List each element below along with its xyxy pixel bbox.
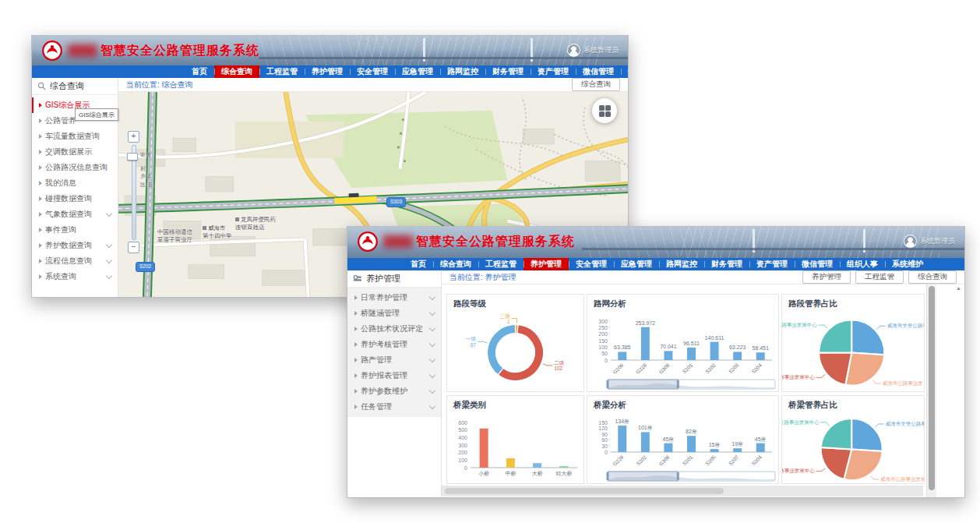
bar[interactable] xyxy=(687,348,696,360)
bar[interactable] xyxy=(664,443,672,452)
main-area: 当前位置: 养护管理 养护管理工程监管综合查询 路段等级 三级1二级102一级6… xyxy=(442,270,964,497)
nav-tab-7[interactable]: 财务管理 xyxy=(485,65,531,78)
scrollbar-thumb[interactable] xyxy=(929,286,935,490)
bar[interactable] xyxy=(641,327,650,360)
nav-tab-0[interactable]: 首页 xyxy=(185,65,214,78)
sidebar-item-6[interactable]: 养护参数维护 xyxy=(347,383,441,399)
nav-tab-4[interactable]: 安全管理 xyxy=(350,65,395,78)
vertical-scrollbar[interactable] xyxy=(926,284,936,497)
nav-tab-6[interactable]: 路网监控 xyxy=(659,258,704,270)
svg-text:S201: S201 xyxy=(682,454,694,466)
slice-2[interactable] xyxy=(488,325,516,375)
nav-tab-7[interactable]: 财务管理 xyxy=(704,258,749,270)
sidebar-item-3[interactable]: 交调数据展示 xyxy=(32,144,118,160)
sidebar-item-10[interactable]: 流程信息查询 xyxy=(32,253,118,269)
nav-tab-2[interactable]: 工程监管 xyxy=(478,258,523,270)
svg-text:200: 200 xyxy=(598,331,608,337)
scrollbar-thumb[interactable] xyxy=(445,488,724,494)
nav-tab-0[interactable]: 首页 xyxy=(404,258,433,270)
svg-text:威海市公路事业发展: 威海市公路事业发展 xyxy=(880,476,924,482)
nav-tab-2[interactable]: 工程监管 xyxy=(259,65,305,78)
datazoom-handle-left[interactable] xyxy=(607,472,609,480)
bar[interactable] xyxy=(641,432,650,452)
corner-buttons: 养护管理工程监管综合查询 xyxy=(798,270,957,283)
nav-tab-5[interactable]: 应急管理 xyxy=(614,258,659,270)
bar[interactable] xyxy=(687,436,696,452)
svg-text:101座: 101座 xyxy=(638,425,653,430)
nav-tab-9[interactable]: 微信管理 xyxy=(576,65,621,78)
sidebar-item-label: 车流量数据查询 xyxy=(45,131,114,142)
bar[interactable] xyxy=(559,466,568,468)
desktop: 智慧安全公路管理服务系统 系统管理员 首页综合查询工程监管养护管理安全管理应急管… xyxy=(0,0,980,530)
sidebar-item-2[interactable]: 公路技术状况评定 xyxy=(347,321,441,337)
datazoom-handle-left[interactable] xyxy=(607,380,609,388)
nav-tab-11[interactable]: 系统维护 xyxy=(885,258,930,270)
sidebar-item-5[interactable]: 养护报表管理 xyxy=(347,368,441,383)
corner-button-0[interactable]: 养护管理 xyxy=(802,270,851,283)
bar[interactable] xyxy=(533,463,541,468)
svg-text:70.041: 70.041 xyxy=(660,344,677,349)
bar[interactable] xyxy=(733,448,742,452)
zoom-in-button[interactable]: + xyxy=(128,131,139,143)
nav-tab-8[interactable]: 资产管理 xyxy=(531,65,576,78)
bar[interactable] xyxy=(664,351,672,360)
sidebar-item-3[interactable]: 养护考核管理 xyxy=(347,337,441,352)
bar[interactable] xyxy=(710,449,719,452)
svg-text:19座: 19座 xyxy=(731,441,743,447)
triangle-icon xyxy=(354,373,358,378)
bar[interactable] xyxy=(618,352,626,360)
sidebar-item-9[interactable]: 养护数据查询 xyxy=(32,238,118,253)
nav-tab-10[interactable]: 组织人事 xyxy=(621,65,629,78)
corner-button-0[interactable]: 综合查询 xyxy=(572,78,620,90)
nav-tab-4[interactable]: 安全管理 xyxy=(569,258,614,270)
sidebar-item-4[interactable]: 公路路况信息查询 xyxy=(32,160,118,175)
svg-text:100: 100 xyxy=(598,344,608,350)
bar[interactable] xyxy=(756,352,765,360)
zoom-level-label-2: 乡镇 xyxy=(140,172,151,180)
bar[interactable] xyxy=(618,426,626,452)
nav-tab-5[interactable]: 应急管理 xyxy=(395,65,440,78)
slice-0[interactable] xyxy=(851,419,882,451)
nav-tab-3[interactable]: 养护管理 xyxy=(305,65,350,78)
nav-tab-3[interactable]: 养护管理 xyxy=(523,258,569,270)
bar[interactable] xyxy=(710,342,719,360)
svg-text:特大桥: 特大桥 xyxy=(555,471,572,477)
sidebar-item-11[interactable]: 系统查询 xyxy=(32,269,118,284)
zoom-out-button[interactable]: − xyxy=(128,242,139,253)
nav-tab-1[interactable]: 综合查询 xyxy=(433,258,478,270)
bar[interactable] xyxy=(756,443,765,452)
map-layers-grid-button[interactable] xyxy=(592,98,617,123)
sidebar-item-2[interactable]: 车流量数据查询 xyxy=(32,129,118,144)
slice-0[interactable] xyxy=(851,320,884,355)
user-chip[interactable]: 系统管理员 xyxy=(567,44,619,57)
bar[interactable] xyxy=(506,458,515,468)
slice-3[interactable] xyxy=(821,419,851,450)
datazoom-handle-right[interactable] xyxy=(677,380,679,388)
nav-tab-9[interactable]: 微信管理 xyxy=(795,258,840,270)
nav-tab-10[interactable]: 组织人事 xyxy=(840,258,885,270)
chart-network-bar: 05010015020025030063.385G206253.972G2287… xyxy=(587,311,778,391)
bar[interactable] xyxy=(733,352,742,360)
nav-tab-1[interactable]: 综合查询 xyxy=(214,65,259,78)
sidebar-item-8[interactable]: 事件查询 xyxy=(32,222,118,238)
bar[interactable] xyxy=(480,429,488,468)
datazoom-handle-right[interactable] xyxy=(677,472,679,480)
sidebar-item-6[interactable]: 碰撞数据查询 xyxy=(32,191,118,207)
corner-button-1[interactable]: 工程监管 xyxy=(855,270,904,283)
sidebar-item-1[interactable]: 桥隧涵管理 xyxy=(347,306,441,321)
sidebar-item-label: 养护考核管理 xyxy=(361,339,427,350)
nav-tab-6[interactable]: 路网监控 xyxy=(440,65,485,78)
zoom-slider-handle[interactable] xyxy=(127,153,138,161)
corner-button-2[interactable]: 综合查询 xyxy=(908,270,957,283)
sidebar-item-7[interactable]: 气象数据查询 xyxy=(32,207,118,222)
slice-2[interactable] xyxy=(819,353,851,385)
sidebar-item-0[interactable]: 日常养护管理 xyxy=(347,290,441,306)
sidebar-item-5[interactable]: 我的消息 xyxy=(32,175,118,191)
sidebar-item-label: 养护报表管理 xyxy=(361,370,427,381)
sidebar-item-7[interactable]: 任务管理 xyxy=(347,399,441,415)
scroll-up-icon[interactable]: ▲ xyxy=(956,285,961,291)
user-chip[interactable]: 系统管理员 xyxy=(904,235,955,248)
sidebar-item-4[interactable]: 路产管理 xyxy=(347,352,441,368)
nav-tab-8[interactable]: 资产管理 xyxy=(749,258,795,270)
horizontal-scrollbar[interactable] xyxy=(442,486,923,496)
